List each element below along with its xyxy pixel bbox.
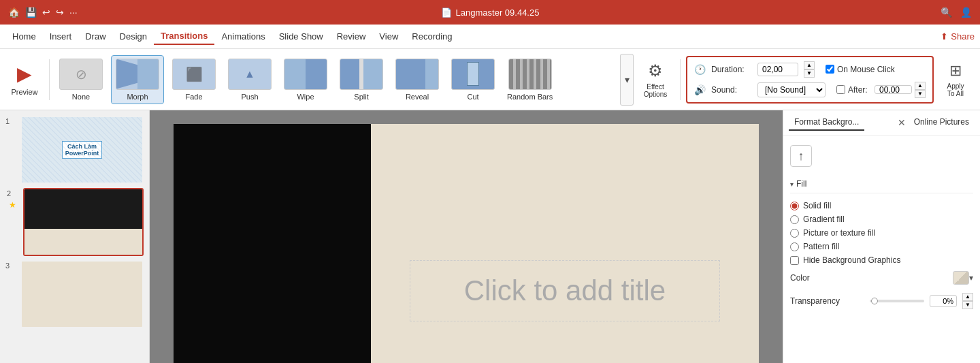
transition-label-wipe: Wipe (297, 93, 314, 101)
transition-label-split: Split (354, 93, 368, 101)
transition-thumb-wipe (284, 59, 327, 90)
redo-icon[interactable]: ↪ (56, 7, 64, 18)
slide-canvas: Click to add title (174, 124, 759, 363)
transition-none[interactable]: ⊘ None (55, 56, 107, 104)
right-panel-header: Format Backgro... ✕ Online Pictures (783, 110, 980, 136)
radio-solid-fill[interactable]: Solid fill (790, 199, 973, 212)
title-bar-center: 📄 Langmaster 09.44.25 (441, 7, 540, 18)
fill-section-header: ▾ Fill (790, 175, 973, 193)
save-icon[interactable]: 💾 (25, 7, 37, 18)
duration-label: Duration: (711, 65, 752, 74)
menu-recording[interactable]: Recording (405, 29, 459, 44)
transparency-stepper: ▲ ▼ (962, 293, 973, 309)
menu-animations[interactable]: Animations (214, 29, 272, 44)
title-bar: 🏠 💾 ↩ ↪ ··· 📄 Langmaster 09.44.25 🔍 👤 (0, 0, 980, 25)
radio-pattern-fill[interactable]: Pattern fill (790, 240, 973, 253)
gallery-scroll-button[interactable]: ▾ (620, 54, 634, 106)
radio-solid-fill-input[interactable] (790, 202, 799, 210)
transition-morph[interactable]: Morph (111, 55, 164, 104)
radio-pattern-fill-input[interactable] (790, 242, 799, 251)
transition-fade[interactable]: ⬛ Fade (168, 56, 220, 104)
transparency-input[interactable] (930, 295, 957, 307)
panel-icon-row: ↑ (790, 142, 973, 170)
duration-row: 🕐 Duration: ▲ ▼ On Mouse Click (694, 61, 926, 78)
slide-item-2[interactable]: 2 ★ (5, 188, 144, 256)
transition-thumb-none: ⊘ (59, 59, 103, 90)
after-checkbox[interactable] (836, 85, 845, 94)
sound-row: 🔊 Sound: [No Sound] After: ▲ ▼ (694, 82, 926, 98)
radio-gradient-fill[interactable]: Gradient fill (790, 212, 973, 226)
more-icon[interactable]: ··· (69, 7, 78, 18)
menu-view[interactable]: View (372, 29, 405, 44)
undo-icon[interactable]: ↩ (42, 7, 50, 18)
transition-reveal[interactable]: Reveal (391, 56, 443, 104)
panel-close-icon[interactable]: ✕ (898, 117, 906, 128)
menu-home[interactable]: Home (5, 29, 43, 44)
preview-label: Preview (11, 88, 37, 96)
radio-picture-fill[interactable]: Picture or texture fill (790, 226, 973, 240)
color-picker-button[interactable] (953, 271, 969, 285)
transition-thumb-morph (116, 59, 159, 90)
apply-to-all-button[interactable]: ⊞ ApplyTo All (936, 54, 975, 106)
duration-increment[interactable]: ▲ (804, 61, 815, 69)
menu-slideshow[interactable]: Slide Show (272, 29, 330, 44)
format-bg-icon-btn[interactable]: ↑ (790, 145, 812, 167)
slider-thumb[interactable] (871, 298, 878, 304)
transparency-increment[interactable]: ▲ (962, 293, 973, 301)
share-button[interactable]: ⬆ Share (941, 31, 975, 42)
slide-item-1[interactable]: 1 Cách LàmPowerPoint (5, 116, 144, 184)
timing-panel: 🕐 Duration: ▲ ▼ On Mouse Click 🔊 Sound: … (686, 56, 934, 104)
radio-gradient-fill-input[interactable] (790, 215, 799, 224)
after-increment[interactable]: ▲ (915, 82, 926, 90)
menu-draw[interactable]: Draw (78, 29, 112, 44)
fill-chevron-icon: ▾ (790, 180, 794, 188)
menu-transitions[interactable]: Transitions (154, 28, 214, 45)
account-icon[interactable]: 👤 (960, 7, 972, 18)
home-icon[interactable]: 🏠 (8, 7, 20, 18)
canvas-content[interactable]: Click to add title (371, 124, 759, 363)
color-dropdown-icon[interactable]: ▾ (969, 273, 973, 283)
hide-bg-checkbox[interactable] (790, 256, 799, 265)
duration-decrement[interactable]: ▼ (804, 69, 815, 78)
menu-review[interactable]: Review (330, 29, 373, 44)
transition-random-bars[interactable]: Random Bars (503, 56, 557, 104)
slide-thumb-1[interactable]: Cách LàmPowerPoint (20, 116, 144, 184)
slide-thumb-3[interactable] (20, 260, 144, 328)
transition-cut[interactable]: Cut (447, 56, 499, 104)
transparency-decrement[interactable]: ▼ (962, 301, 973, 309)
transition-split[interactable]: Split (336, 56, 387, 104)
duration-input[interactable] (757, 63, 798, 76)
preview-button[interactable]: ▶ Preview (5, 54, 44, 106)
effect-options-button[interactable]: ⚙ EffectOptions (636, 54, 674, 106)
hide-bg-row[interactable]: Hide Background Graphics (790, 253, 973, 267)
slide-star-2: ★ (9, 200, 16, 210)
panel-tab-online-pics[interactable]: Online Pictures (909, 114, 975, 131)
transition-wipe[interactable]: Wipe (280, 56, 331, 104)
slide-thumb-2[interactable] (23, 188, 144, 256)
menu-design[interactable]: Design (113, 29, 154, 44)
panel-tab-format-bg[interactable]: Format Backgro... (789, 114, 864, 131)
slide-item-3[interactable]: 3 (5, 260, 144, 328)
menu-insert[interactable]: Insert (43, 29, 79, 44)
canvas-image (174, 124, 371, 363)
slide3-preview (22, 262, 142, 327)
radio-picture-fill-input[interactable] (790, 229, 799, 238)
transparency-slider[interactable] (870, 300, 924, 302)
transition-push[interactable]: ▲ Push (224, 56, 276, 104)
slide-number-1: 1 (5, 116, 16, 125)
mouse-click-checkbox[interactable] (826, 65, 834, 74)
after-input[interactable] (875, 85, 912, 94)
add-title-placeholder[interactable]: Click to add title (410, 260, 720, 321)
share-icon: ⬆ (941, 31, 948, 42)
effect-options-icon: ⚙ (648, 61, 663, 80)
right-panel: Format Backgro... ✕ Online Pictures ↑ ▾ … (783, 110, 980, 363)
transition-thumb-random (508, 59, 552, 90)
window-title: Langmaster 09.44.25 (456, 7, 540, 18)
transition-thumb-cut (451, 59, 495, 90)
transition-label-morph: Morph (127, 93, 148, 101)
transition-label-push: Push (241, 93, 258, 101)
apply-label: ApplyTo All (947, 82, 964, 97)
search-icon[interactable]: 🔍 (941, 7, 952, 18)
after-decrement[interactable]: ▼ (915, 90, 926, 98)
sound-select[interactable]: [No Sound] (757, 82, 826, 97)
